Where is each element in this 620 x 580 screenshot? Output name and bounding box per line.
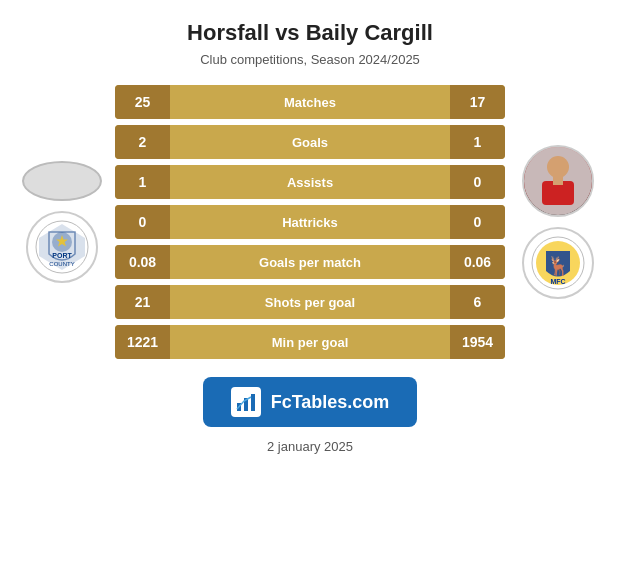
svg-rect-9: [553, 177, 563, 185]
stat-right-4: 0.06: [450, 245, 505, 279]
stat-label-1: Goals: [170, 125, 450, 159]
stat-left-0: 25: [115, 85, 170, 119]
stat-row: 1Assists0: [115, 165, 505, 199]
stat-left-6: 1221: [115, 325, 170, 359]
stat-right-3: 0: [450, 205, 505, 239]
stat-row: 1221Min per goal1954: [115, 325, 505, 359]
stat-right-5: 6: [450, 285, 505, 319]
stat-label-4: Goals per match: [170, 245, 450, 279]
stat-row: 2Goals1: [115, 125, 505, 159]
stat-right-0: 17: [450, 85, 505, 119]
stat-right-6: 1954: [450, 325, 505, 359]
stat-label-3: Hattricks: [170, 205, 450, 239]
svg-text:COUNTY: COUNTY: [49, 261, 74, 267]
fctables-icon: [231, 387, 261, 417]
stat-label-0: Matches: [170, 85, 450, 119]
stat-row: 21Shots per goal6: [115, 285, 505, 319]
svg-text:🦌: 🦌: [547, 255, 570, 277]
svg-point-7: [547, 156, 569, 178]
stat-left-1: 2: [115, 125, 170, 159]
stat-left-5: 21: [115, 285, 170, 319]
page-title: Horsfall vs Baily Cargill: [187, 20, 433, 46]
stat-right-2: 0: [450, 165, 505, 199]
team1-oval: [22, 161, 102, 201]
svg-rect-16: [251, 394, 255, 411]
stat-left-2: 1: [115, 165, 170, 199]
fctables-text: FcTables.com: [271, 392, 390, 413]
team1-logo: PORT COUNTY: [26, 211, 98, 283]
svg-text:MFC: MFC: [550, 278, 565, 285]
stat-label-2: Assists: [170, 165, 450, 199]
stat-left-3: 0: [115, 205, 170, 239]
stat-label-6: Min per goal: [170, 325, 450, 359]
stat-row: 0Hattricks0: [115, 205, 505, 239]
stat-label-5: Shots per goal: [170, 285, 450, 319]
player-photo: [522, 145, 594, 217]
stat-right-1: 1: [450, 125, 505, 159]
fctables-banner[interactable]: FcTables.com: [203, 377, 418, 427]
stat-row: 0.08Goals per match0.06: [115, 245, 505, 279]
subtitle: Club competitions, Season 2024/2025: [200, 52, 420, 67]
stat-row: 25Matches17: [115, 85, 505, 119]
footer-date: 2 january 2025: [267, 439, 353, 454]
stat-left-4: 0.08: [115, 245, 170, 279]
team2-logo: 🦌 MFC: [522, 227, 594, 299]
